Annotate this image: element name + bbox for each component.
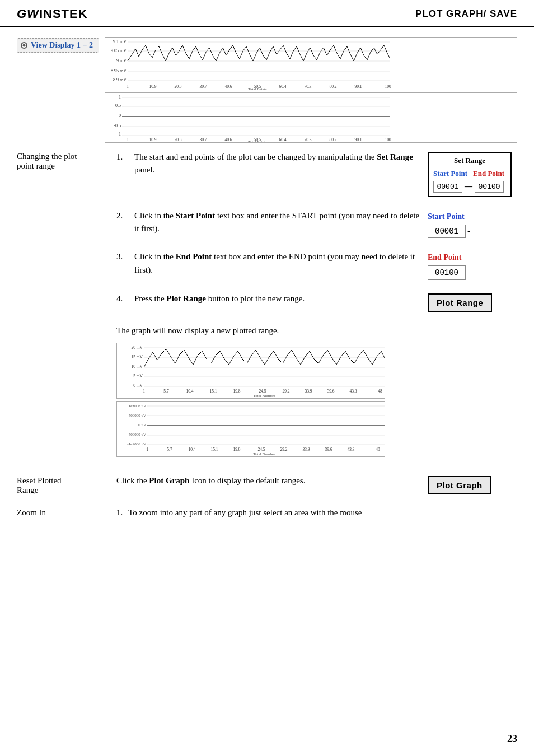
start-point-value-input[interactable] [428,225,466,238]
set-range-headers: Start Point End Point [433,168,506,179]
range-sentence: The graph will now display a new plotted… [116,324,517,337]
svg-text:39.6: 39.6 [327,389,334,394]
svg-text:5.7: 5.7 [163,389,169,394]
svg-text:9.05 mV: 9.05 mV [111,48,127,53]
start-point-input[interactable] [433,181,462,193]
svg-text:Total Points: Total Points [248,87,267,90]
top-chart-container: 9.1 mV 9.05 mV 9 mV 8.95 mV 8.9 mV 1 10.… [105,37,517,143]
start-point-title: Start Point [428,211,470,223]
svg-text:9 mV: 9 mV [116,58,127,63]
zoom-section: Zoom In 1. To zoom into any part of any … [17,508,517,517]
step-4-text: Press the Plot Range button to plot the … [134,292,422,312]
svg-text:0 mV: 0 mV [133,383,143,388]
svg-text:40.6: 40.6 [224,137,232,142]
svg-text:15 mV: 15 mV [131,354,143,360]
svg-text:500000 uV: 500000 uV [129,413,146,418]
step-2-side: Start Point - [428,209,517,238]
svg-text:1: 1 [143,389,145,394]
top-chart-2-svg: 1 0.5 0 -0.5 -1 1 10.9 20.8 30.7 [105,93,391,143]
plot-range-button[interactable]: Plot Range [428,293,492,312]
svg-text:1e+006 uV: 1e+006 uV [129,404,146,408]
plot-graph-button[interactable]: Plot Graph [428,476,491,494]
zoom-step-1: 1. To zoom into any part of any graph ju… [116,508,517,517]
svg-text:-500000 uV: -500000 uV [127,432,146,437]
svg-text:-1e+006 uV: -1e+006 uV [127,442,146,446]
svg-text:-1: -1 [117,132,121,137]
start-point-header: Start Point [433,168,467,179]
svg-text:1: 1 [127,84,129,89]
svg-text:90.1: 90.1 [354,84,362,89]
svg-text:9.1 mV: 9.1 mV [113,39,127,44]
header: GWINSTEK PLOT GRAPH/ SAVE [0,0,534,27]
zoom-label: Zoom In [17,508,106,517]
svg-text:80.2: 80.2 [329,137,336,142]
svg-text:60.4: 60.4 [279,84,286,89]
view-display-row: View Display 1 + 2 9.1 mV 9.05 mV 9 mV 8… [17,37,517,143]
svg-text:1: 1 [146,447,148,452]
view-display-label: View Display 1 + 2 [31,41,93,50]
end-point-value-input[interactable] [428,265,466,280]
svg-text:100: 100 [385,84,391,89]
step-3-text: Click in the End Point text box and ente… [134,250,422,280]
range-separator: — [465,180,472,193]
svg-text:10 mV: 10 mV [131,364,143,369]
brand-logo: GWINSTEK [17,7,88,21]
svg-text:48: 48 [378,389,382,394]
svg-text:Total Number: Total Number [254,394,276,398]
svg-text:15.1: 15.1 [210,447,218,452]
brand-instek: INSTEK [39,7,88,21]
svg-text:10.4: 10.4 [186,389,193,394]
bottom-chart-2: 1e+006 uV 500000 uV 0 uV -500000 uV -1e+… [116,401,385,457]
step-3-num: 3. [116,250,129,280]
svg-text:5.7: 5.7 [167,447,172,452]
set-range-inputs[interactable]: — [433,180,506,193]
svg-text:Total Number: Total Number [254,452,276,456]
svg-text:40.6: 40.6 [224,84,232,89]
steps-list: 1. The start and end points of the plot … [116,151,517,312]
svg-text:20.8: 20.8 [174,137,181,142]
zoom-step-1-text: To zoom into any part of any graph just … [128,508,362,517]
svg-text:1: 1 [127,137,129,142]
reset-text: Click the Plot Graph Icon to display the… [116,476,418,486]
svg-text:5 mV: 5 mV [133,374,143,379]
reset-section: Reset PlottedRange Click the Plot Graph … [17,469,517,501]
end-point-title: End Point [428,251,466,264]
set-range-panel: Set Range Start Point End Point — [428,152,512,197]
view-display-button[interactable]: View Display 1 + 2 [17,38,99,53]
svg-text:-0.5: -0.5 [114,123,121,128]
svg-text:43.3: 43.3 [349,389,357,394]
svg-text:29.2: 29.2 [282,389,289,394]
svg-text:Total Points: Total Points [248,140,267,143]
step-3-side: End Point [428,250,517,280]
svg-text:0.5: 0.5 [115,103,121,108]
svg-text:0: 0 [119,113,121,118]
end-point-header: End Point [473,168,504,179]
svg-text:10.9: 10.9 [149,137,156,142]
svg-text:19.8: 19.8 [233,389,240,394]
step-4-num: 4. [116,292,129,312]
svg-text:48: 48 [376,447,380,452]
svg-text:8.95 mV: 8.95 mV [111,68,127,73]
svg-text:1: 1 [119,95,121,100]
page-title: PLOT GRAPH/ SAVE [415,8,517,20]
svg-text:8.9 mV: 8.9 mV [113,77,127,82]
step-3: 3. Click in the End Point text box and e… [116,250,517,280]
step-1: 1. The start and end points of the plot … [116,151,517,197]
bottom-chart-1: 20 mV 15 mV 10 mV 5 mV 0 mV 1 5.7 10.4 [116,343,385,399]
svg-text:70.3: 70.3 [304,84,311,89]
svg-text:29.2: 29.2 [280,447,287,452]
reset-aside: Plot Graph [428,476,517,494]
svg-text:70.3: 70.3 [304,137,311,142]
step-1-text: The start and end points of the plot can… [134,151,422,197]
step-4-side: Plot Range [428,292,517,312]
svg-text:10.9: 10.9 [149,84,156,89]
end-point-input[interactable] [475,181,504,193]
svg-text:24.5: 24.5 [257,447,265,452]
svg-text:19.8: 19.8 [233,447,240,452]
svg-text:39.6: 39.6 [325,447,332,452]
page-number: 23 [507,733,517,745]
bottom-chart-1-svg: 20 mV 15 mV 10 mV 5 mV 0 mV 1 5.7 10.4 [117,343,385,399]
svg-text:20 mV: 20 mV [131,345,143,350]
step-2: 2. Click in the Start Point text box and… [116,209,517,238]
svg-text:100: 100 [385,137,391,142]
